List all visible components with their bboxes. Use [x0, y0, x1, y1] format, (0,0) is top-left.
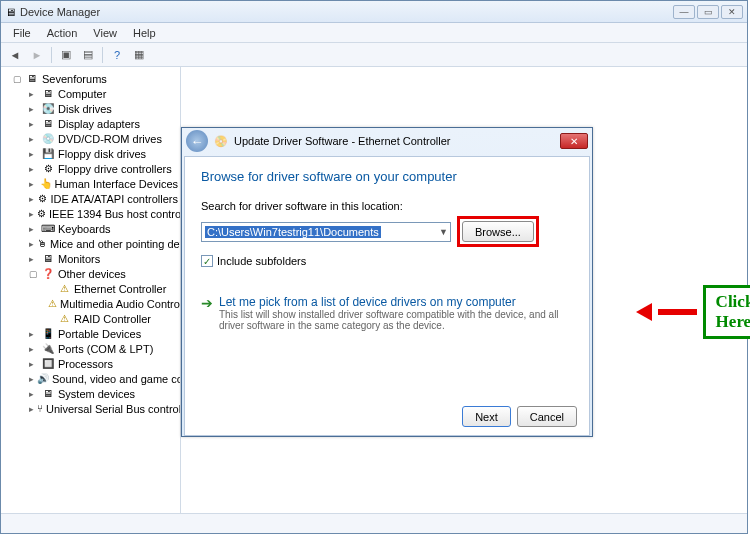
- dialog-actions: Next Cancel: [462, 406, 577, 427]
- tree-item[interactable]: ▸🖥Monitors: [3, 251, 178, 266]
- tree-item[interactable]: ▸⚙IDE ATA/ATAPI controllers: [3, 191, 178, 206]
- tree-item-label: Portable Devices: [58, 328, 141, 340]
- expand-icon[interactable]: ▸: [29, 89, 38, 99]
- tree-item[interactable]: ▸🖥Computer: [3, 86, 178, 101]
- tree-item-label: Floppy disk drives: [58, 148, 146, 160]
- back-icon[interactable]: ◄: [5, 46, 25, 64]
- status-bar: [1, 513, 747, 533]
- expand-icon[interactable]: ▸: [29, 119, 38, 129]
- let-me-pick-block[interactable]: ➔ Let me pick from a list of device driv…: [201, 295, 573, 331]
- annotation-box: Click Here: [703, 285, 750, 339]
- dialog-heading: Browse for driver software on your compu…: [201, 169, 573, 184]
- expand-icon[interactable]: ▸: [29, 374, 34, 384]
- tree-item-label: Floppy drive controllers: [58, 163, 172, 175]
- device-icon: 💾: [41, 148, 55, 159]
- tree-item-label: Ports (COM & LPT): [58, 343, 153, 355]
- tree-item[interactable]: ⚠Multimedia Audio Controller: [3, 296, 178, 311]
- tree-item[interactable]: ▸🔌Ports (COM & LPT): [3, 341, 178, 356]
- device-icon: ❓: [41, 268, 55, 279]
- include-subfolders-label: Include subfolders: [217, 255, 306, 267]
- expand-icon[interactable]: ▸: [29, 134, 38, 144]
- tree-item[interactable]: ▸🔲Processors: [3, 356, 178, 371]
- tree-item-label: Ethernet Controller: [74, 283, 166, 295]
- expand-icon[interactable]: ▸: [29, 254, 38, 264]
- tree-root[interactable]: ▢🖥 Sevenforums: [3, 71, 178, 86]
- expand-icon[interactable]: ▸: [29, 389, 38, 399]
- dialog-title-bar[interactable]: ← 📀 Update Driver Software - Ethernet Co…: [182, 128, 592, 154]
- warning-icon: ⚠: [57, 283, 71, 294]
- device-tree[interactable]: ▢🖥 Sevenforums ▸🖥Computer▸💽Disk drives▸🖥…: [1, 67, 181, 513]
- annotation-arrow-line: [658, 309, 697, 315]
- toolbar-divider: [51, 47, 52, 63]
- expand-icon[interactable]: ▸: [29, 194, 35, 204]
- help-icon[interactable]: ?: [107, 46, 127, 64]
- menu-view[interactable]: View: [85, 25, 125, 41]
- menu-file[interactable]: File: [5, 25, 39, 41]
- forward-icon[interactable]: ►: [27, 46, 47, 64]
- expand-icon[interactable]: ▸: [29, 404, 34, 414]
- chevron-down-icon[interactable]: ▼: [439, 227, 448, 237]
- path-combobox[interactable]: C:\Users\Win7testrig11\Documents ▼: [201, 222, 451, 242]
- expand-icon[interactable]: ▸: [29, 344, 38, 354]
- tree-item[interactable]: ▸💾Floppy disk drives: [3, 146, 178, 161]
- device-icon: 🖱: [37, 238, 47, 249]
- device-icon: ⚙: [41, 163, 55, 174]
- scan-hardware-icon[interactable]: ▦: [129, 46, 149, 64]
- tree-item[interactable]: ▸👆Human Interface Devices: [3, 176, 178, 191]
- close-button[interactable]: ✕: [721, 5, 743, 19]
- tree-item-label: Monitors: [58, 253, 100, 265]
- tree-item[interactable]: ▸📱Portable Devices: [3, 326, 178, 341]
- tree-item[interactable]: ▸⌨Keyboards: [3, 221, 178, 236]
- tree-item-label: Human Interface Devices: [55, 178, 179, 190]
- tree-item[interactable]: ▸💽Disk drives: [3, 101, 178, 116]
- properties-icon[interactable]: ▤: [78, 46, 98, 64]
- tree-item-label: RAID Controller: [74, 313, 151, 325]
- expand-icon[interactable]: ▸: [29, 149, 38, 159]
- expand-icon[interactable]: ▸: [29, 179, 37, 189]
- include-subfolders-checkbox[interactable]: ✓: [201, 255, 213, 267]
- path-value: C:\Users\Win7testrig11\Documents: [205, 226, 381, 238]
- tree-item[interactable]: ▸🖥System devices: [3, 386, 178, 401]
- browse-button[interactable]: Browse...: [462, 221, 534, 242]
- minimize-button[interactable]: —: [673, 5, 695, 19]
- tree-item[interactable]: ⚠Ethernet Controller: [3, 281, 178, 296]
- collapse-icon[interactable]: ▢: [29, 269, 38, 279]
- tree-item[interactable]: ▸🔊Sound, video and game controllers: [3, 371, 178, 386]
- tree-item[interactable]: ▸🖥Display adapters: [3, 116, 178, 131]
- device-manager-window: 🖥 Device Manager — ▭ ✕ File Action View …: [0, 0, 748, 534]
- expand-icon[interactable]: ▸: [29, 359, 38, 369]
- right-pane: ← 📀 Update Driver Software - Ethernet Co…: [181, 67, 747, 513]
- menu-help[interactable]: Help: [125, 25, 164, 41]
- dialog-close-button[interactable]: ✕: [560, 133, 588, 149]
- expand-icon[interactable]: ▸: [29, 224, 38, 234]
- tree-item[interactable]: ▸⚙Floppy drive controllers: [3, 161, 178, 176]
- tree-item-label: Disk drives: [58, 103, 112, 115]
- tree-item[interactable]: ▸⚙IEEE 1394 Bus host controllers: [3, 206, 178, 221]
- menu-action[interactable]: Action: [39, 25, 86, 41]
- expand-icon[interactable]: ▸: [29, 329, 38, 339]
- tree-item[interactable]: ▸💿DVD/CD-ROM drives: [3, 131, 178, 146]
- expand-icon[interactable]: ▸: [29, 209, 34, 219]
- title-bar[interactable]: 🖥 Device Manager — ▭ ✕: [1, 1, 747, 23]
- expand-icon[interactable]: ▸: [29, 239, 34, 249]
- window-title: Device Manager: [16, 6, 673, 18]
- tree-item[interactable]: ▢❓Other devices: [3, 266, 178, 281]
- tree-item[interactable]: ⚠RAID Controller: [3, 311, 178, 326]
- include-subfolders-row[interactable]: ✓ Include subfolders: [201, 255, 573, 267]
- annotation: Click Here: [636, 285, 750, 339]
- tree-item-label: Universal Serial Bus controllers: [46, 403, 181, 415]
- back-circle-icon[interactable]: ←: [186, 130, 208, 152]
- tree-item-label: DVD/CD-ROM drives: [58, 133, 162, 145]
- expand-icon[interactable]: ▸: [29, 104, 38, 114]
- annotation-text: Click Here: [716, 292, 750, 331]
- tree-item[interactable]: ▸⑂Universal Serial Bus controllers: [3, 401, 178, 416]
- next-button[interactable]: Next: [462, 406, 511, 427]
- show-hidden-icon[interactable]: ▣: [56, 46, 76, 64]
- cancel-button[interactable]: Cancel: [517, 406, 577, 427]
- tree-item-label: Other devices: [58, 268, 126, 280]
- tree-item[interactable]: ▸🖱Mice and other pointing devices: [3, 236, 178, 251]
- device-icon: 🔊: [37, 373, 49, 384]
- app-icon: 🖥: [5, 6, 16, 18]
- expand-icon[interactable]: ▸: [29, 164, 38, 174]
- maximize-button[interactable]: ▭: [697, 5, 719, 19]
